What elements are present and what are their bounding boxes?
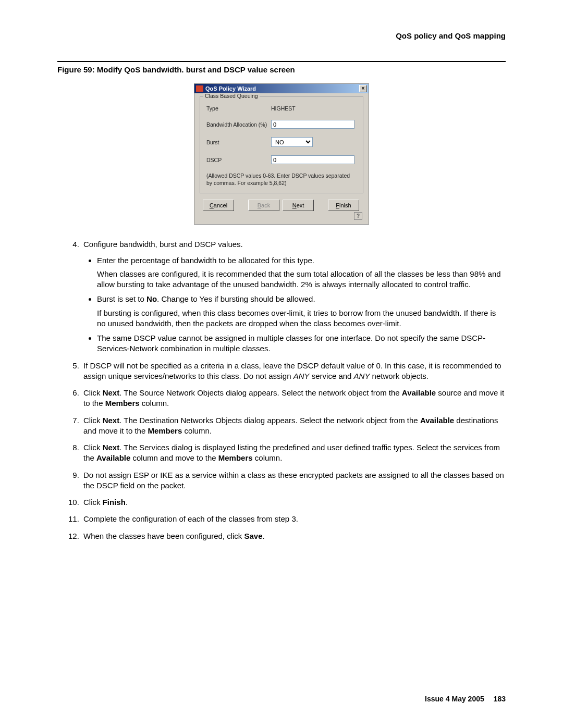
back-button: Back <box>248 200 279 211</box>
app-icon <box>196 85 203 92</box>
step-11: Complete the configuration of each of th… <box>81 514 506 524</box>
step-6: Click Next. The Source Network Objects d… <box>81 388 506 409</box>
burst-label: Burst <box>206 139 271 145</box>
bandwidth-label: Bandwidth Allocation (%) <box>206 121 271 128</box>
type-label: Type <box>206 105 271 112</box>
instructions: Configure bandwidth, burst and DSCP valu… <box>57 239 506 541</box>
type-value: HIGHEST <box>271 105 296 112</box>
fieldset-legend: Class Based Queuing <box>203 93 260 99</box>
section-header: QoS policy and QoS mapping <box>57 31 506 40</box>
dscp-hint: (Allowed DSCP values 0-63. Enter DSCP va… <box>206 172 357 187</box>
qos-policy-wizard-dialog: QoS Policy Wizard × Class Based Queuing … <box>194 83 369 225</box>
step-4: Configure bandwidth, burst and DSCP valu… <box>81 239 506 354</box>
step-12: When the classes have been configured, c… <box>81 531 506 541</box>
step-7: Click Next. The Destination Networks Obj… <box>81 415 506 437</box>
dialog-titlebar: QoS Policy Wizard × <box>194 84 369 93</box>
footer-page-number: 183 <box>494 695 506 703</box>
step-9: Do not assign ESP or IKE as a service wi… <box>81 470 506 491</box>
next-button[interactable]: Next <box>283 200 314 211</box>
step-8: Click Next. The Services dialog is displ… <box>81 442 506 464</box>
dscp-input[interactable] <box>271 155 354 164</box>
page-footer: Issue 4 May 2005 183 <box>425 695 506 703</box>
step-4-bullet-1: Enter the percentage of bandwidth to be … <box>97 255 506 290</box>
dscp-label: DSCP <box>206 157 271 163</box>
class-based-queuing-fieldset: Class Based Queuing Type HIGHEST Bandwid… <box>200 96 363 193</box>
cancel-button[interactable]: Cancel <box>203 200 234 211</box>
finish-button[interactable]: Finish <box>328 200 359 211</box>
help-icon[interactable]: ? <box>354 212 362 220</box>
horizontal-rule <box>57 61 506 62</box>
step-5: If DSCP will not be specified as a crite… <box>81 361 506 382</box>
footer-issue: Issue 4 May 2005 <box>425 695 484 703</box>
close-icon[interactable]: × <box>359 85 367 92</box>
burst-select[interactable]: NO <box>271 137 313 147</box>
step-10: Click Finish. <box>81 497 506 508</box>
figure-caption: Figure 59: Modify QoS bandwidth. burst a… <box>57 65 506 74</box>
dialog-title: QoS Policy Wizard <box>205 85 256 92</box>
step-4-bullet-3: The same DSCP value cannot be assigned i… <box>97 333 506 354</box>
step-4-bullet-2: Burst is set to No. Change to Yes if bur… <box>97 294 506 329</box>
bandwidth-input[interactable] <box>271 120 354 129</box>
